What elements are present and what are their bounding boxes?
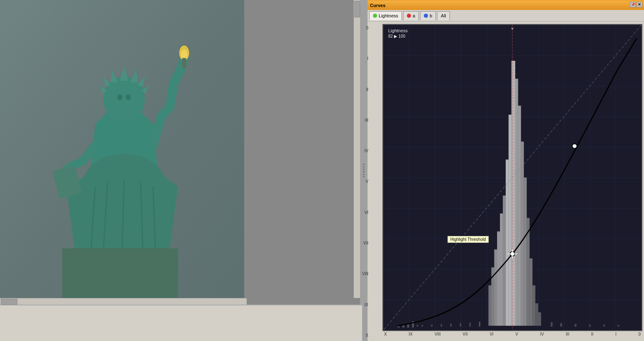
svg-point-3 [103,77,145,122]
pin-button[interactable]: 📌 [630,2,636,7]
tab-lightness[interactable]: Lightness [369,11,402,20]
svg-rect-38 [535,303,538,326]
curves-panel: Curves 📌 ✕ Lightness a b All [368,0,644,341]
x-label-iv: IV [540,332,544,339]
svg-rect-29 [509,115,512,326]
x-label-x: X [384,332,387,339]
svg-rect-51 [460,323,461,327]
svg-rect-44 [603,324,606,327]
svg-rect-32 [518,106,521,326]
y-label-iii: III [358,118,368,122]
y-label-i: I [358,56,368,61]
curves-titlebar: Curves 📌 ✕ [368,1,644,10]
svg-rect-41 [560,323,562,327]
curves-graph[interactable]: Lightness 82 ▶ 100 ▼ [382,24,642,331]
y-axis: 0 I II III IV V VI VII VIII IX X [358,24,368,339]
tab-all[interactable]: All [437,11,449,20]
svg-point-15 [118,94,123,100]
svg-rect-27 [503,195,506,326]
b-dot [424,14,428,18]
image-panel [0,0,360,341]
x-label-vii: VII [463,332,468,339]
svg-rect-36 [530,258,533,326]
y-label-ii: II [358,87,368,92]
svg-point-16 [126,94,131,100]
curves-graph-wrapper: 0 I II III IV V VI VII VIII IX X Lightne… [368,22,644,341]
tab-all-label: All [441,13,446,18]
x-label-vi: VI [490,332,493,339]
y-label-v: V [358,179,368,184]
svg-rect-39 [538,312,541,326]
x-label-0: 0 [638,332,641,339]
bottom-toolbar [0,305,362,341]
x-label-i: I [615,332,617,339]
y-label-ix: IX [358,303,368,307]
y-label-0: 0 [358,26,368,30]
close-button[interactable]: ✕ [637,2,642,7]
bottom-scrollbar[interactable] [0,298,247,305]
image-container [0,0,244,298]
tab-a[interactable]: a [403,11,419,20]
curves-tabs: Lightness a b All [368,10,644,22]
y-label-vii: VII [358,241,368,245]
x-label-ix: IX [409,332,413,339]
graph-outer: 0 I II III IV V VI VII VIII IX X Lightne… [369,24,642,339]
svg-rect-33 [521,142,524,326]
y-label-viii: VIII [358,271,368,276]
svg-rect-42 [574,324,577,327]
x-axis: X IX VIII VII VI V IV III II I 0 [382,331,642,339]
curves-title: Curves [370,3,385,8]
svg-rect-22 [488,285,491,326]
svg-rect-26 [500,214,503,326]
a-dot [407,14,411,18]
svg-rect-2 [62,248,178,298]
svg-rect-28 [506,160,509,326]
svg-rect-34 [524,178,527,326]
svg-rect-52 [469,323,471,327]
svg-rect-13 [182,58,186,68]
svg-point-57 [572,144,577,149]
x-label-viii: VIII [435,332,441,339]
statue-image [0,0,244,298]
svg-rect-48 [431,324,433,327]
panel-buttons: 📌 ✕ [630,0,642,9]
y-label-x: X [358,333,368,338]
y-label-iv: IV [358,149,368,153]
x-label-iii: III [566,332,569,339]
lightness-dot [373,14,377,18]
svg-rect-30 [512,61,515,326]
y-label-vi: VI [358,210,368,215]
tab-a-label: a [413,13,415,18]
x-label-v: V [515,332,518,339]
x-label-ii: II [591,332,594,339]
svg-rect-37 [533,285,536,326]
tab-lightness-label: Lightness [379,13,398,18]
svg-rect-46 [417,325,418,327]
svg-rect-40 [550,322,553,327]
svg-rect-47 [421,325,423,327]
svg-rect-45 [618,325,620,327]
svg-rect-53 [479,322,480,327]
svg-rect-24 [494,250,497,326]
svg-rect-25 [497,231,500,326]
graph-svg [383,25,642,330]
svg-rect-43 [589,324,591,327]
tab-b-label: b [430,13,432,18]
svg-rect-50 [450,324,452,327]
svg-rect-49 [441,324,442,327]
svg-rect-31 [515,79,518,326]
tab-b[interactable]: b [420,11,436,20]
